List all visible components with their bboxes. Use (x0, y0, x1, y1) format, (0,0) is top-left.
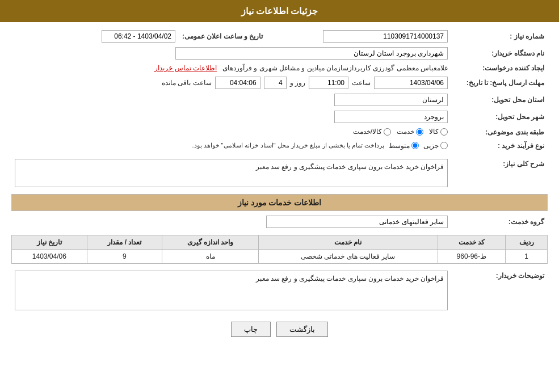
cell-code: ط-96-960 (438, 249, 505, 263)
remaining-label: ساعت باقی مانده (162, 79, 212, 87)
province-input[interactable] (334, 94, 448, 106)
col-code: کد خدمت (438, 235, 505, 249)
services-section-header: اطلاعات خدمات مورد نیاز (11, 194, 548, 211)
col-date: تاریخ نیاز (12, 235, 87, 249)
buyer-desc-label: توضیحات خریدار: (451, 268, 548, 313)
buttons-row: بازگشت چاپ (11, 322, 548, 337)
org-value-input[interactable] (175, 47, 448, 60)
col-row: ردیف (506, 235, 548, 249)
services-table: ردیف کد خدمت نام خدمت واحد اندازه گیری ت… (11, 235, 548, 264)
general-desc-label: شرح کلی نیاز: (451, 157, 548, 189)
creator-label: ایجاد کننده درخواست: (451, 62, 548, 74)
info-table: شماره نیاز : تاریخ و ساعت اعلان عمومی: ن… (11, 28, 548, 152)
print-button[interactable]: چاپ (231, 322, 271, 337)
days-input[interactable] (264, 77, 287, 89)
page-header: جزئیات اطلاعات نیاز (0, 0, 559, 22)
category-khedmat-label: خدمت (397, 128, 414, 136)
city-input[interactable] (334, 111, 448, 123)
back-button[interactable]: بازگشت (276, 322, 328, 337)
general-desc-box: فراخوان خرید خدمات برون سپاری خدمات پیشگ… (15, 159, 448, 187)
announce-label: تاریخ و ساعت اعلان عمومی: (179, 28, 292, 45)
cell-row: 1 (506, 249, 548, 263)
category-radio-khedmat[interactable] (416, 128, 423, 136)
group-label: گروه خدمت: (451, 213, 548, 230)
deadline-label: مهلت ارسال پاسخ: تا تاریخ: (451, 74, 548, 91)
process-note: پرداخت تمام یا بخشی از مبلغ خریداز محل "… (192, 142, 384, 149)
process-motavaset-label: متوسط (389, 142, 410, 150)
province-label: استان محل تحویل: (451, 91, 548, 108)
deadline-time-input[interactable] (309, 77, 348, 89)
category-radio-group: کالا خدمت کالا/خدمت (353, 128, 448, 136)
table-row: 1 ط-96-960 سایر فعالیت های خدماتی شخصی م… (12, 249, 548, 263)
process-label: نوع فرآیند خرید : (451, 140, 548, 152)
col-unit: واحد اندازه گیری (162, 235, 259, 249)
process-radio-motavaset[interactable] (411, 142, 419, 149)
announce-value-input[interactable] (102, 30, 175, 43)
buyer-desc-box: فراخوان خرید خدمات برون سپاری خدمات پیشگ… (15, 271, 448, 310)
category-kala-khedmat-label: کالا/خدمت (353, 128, 382, 136)
process-radio-jozi[interactable] (440, 142, 448, 149)
time-label: ساعت (352, 79, 371, 87)
day-label: روز و (290, 79, 305, 87)
process-jozi-label: جزیی (423, 142, 439, 150)
col-qty: تعداد / مقدار (87, 235, 162, 249)
general-desc-table: شرح کلی نیاز: فراخوان خرید خدمات برون سپ… (11, 157, 548, 189)
group-value-input[interactable] (266, 216, 448, 228)
buyer-desc-table: توضیحات خریدار: فراخوان خرید خدمات برون … (11, 268, 548, 313)
category-kala-label: کالا (429, 128, 439, 136)
services-section: ردیف کد خدمت نام خدمت واحد اندازه گیری ت… (11, 235, 548, 264)
need-number-input[interactable] (323, 30, 448, 43)
cell-name: سایر فعالیت های خدماتی شخصی (259, 249, 438, 263)
contact-link[interactable]: اطلاعات تماس خریدار (154, 64, 217, 72)
remaining-time-input[interactable] (215, 77, 260, 89)
category-radio-kala[interactable] (440, 128, 448, 136)
need-number-label: شماره نیاز : (451, 28, 548, 45)
org-label: نام دستگاه خریدار: (451, 45, 548, 62)
group-table: گروه خدمت: (11, 213, 548, 230)
cell-unit: ماه (162, 249, 259, 263)
cell-qty: 9 (87, 249, 162, 263)
cell-date: 1403/04/06 (12, 249, 87, 263)
city-label: شهر محل تحویل: (451, 108, 548, 125)
category-radio-kala-khedmat[interactable] (384, 128, 391, 136)
deadline-date-input[interactable] (374, 77, 448, 89)
creator-name: غلامعباس معظمی گودرزی کاربردازسازمان میا… (222, 64, 448, 72)
category-label: طبقه بندی موضوعی: (451, 125, 548, 140)
col-name: نام خدمت (259, 235, 438, 249)
